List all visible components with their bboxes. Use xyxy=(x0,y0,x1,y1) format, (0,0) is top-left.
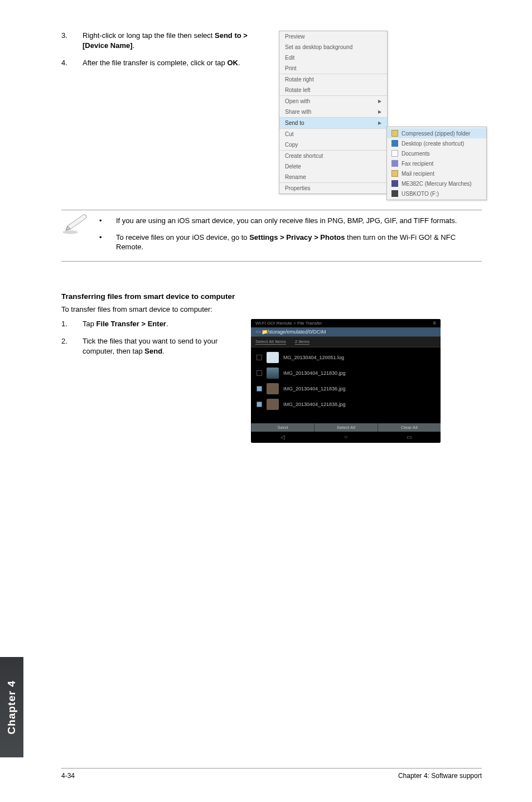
context-menu-item[interactable]: Create shortcut xyxy=(279,151,387,161)
step-item: 2.Tick the files that you want to send t… xyxy=(61,336,240,356)
mobile-action-button[interactable]: Clear All xyxy=(378,423,441,432)
sendto-item[interactable]: Mail recipient xyxy=(387,168,486,178)
mobile-action-button[interactable]: Send xyxy=(251,423,314,432)
checkbox-icon[interactable] xyxy=(257,386,262,392)
select-all-label: Select All Items xyxy=(255,339,286,345)
section-heading: Transferring files from smart device to … xyxy=(61,292,482,301)
sendto-item[interactable]: Desktop (create shortcut) xyxy=(387,138,486,148)
context-menu-item[interactable]: Rotate left xyxy=(279,85,387,95)
context-menu-item[interactable]: Edit xyxy=(279,52,387,63)
back-icon: << xyxy=(255,329,262,335)
back-nav-icon: ◁ xyxy=(278,434,287,441)
context-menu-item[interactable]: Preview xyxy=(279,31,387,42)
sendto-item[interactable]: USBKOTO (F:) xyxy=(387,189,486,199)
section-intro: To transfer files from smart device to c… xyxy=(61,305,482,313)
context-menu-item[interactable]: Rename xyxy=(279,172,387,182)
chapter-title: Chapter 4: Software support xyxy=(398,772,482,780)
usb-icon xyxy=(391,190,398,197)
file-row[interactable]: IMG_20130404_121836.jpg xyxy=(255,381,436,397)
breadcrumb-path: /storage/emulated/0/DCIM xyxy=(268,329,436,335)
checkbox-icon[interactable] xyxy=(257,370,262,376)
svg-point-0 xyxy=(62,230,78,234)
context-menu-item[interactable]: Cut xyxy=(279,129,387,139)
file-thumb-icon xyxy=(267,368,279,379)
context-menu-sendto[interactable]: Send to▶ xyxy=(279,118,387,128)
context-menu-item[interactable]: Share with▶ xyxy=(279,107,387,117)
checkbox-icon[interactable] xyxy=(257,402,262,407)
context-menu-item[interactable]: Set as desktop background xyxy=(279,42,387,52)
context-menu-item[interactable]: Delete xyxy=(279,161,387,172)
mail-icon xyxy=(391,170,398,177)
mobile-app-title: Wi-Fi GO! Remote > File Transfer xyxy=(255,321,322,326)
mobile-screenshot: Wi-Fi GO! Remote > File Transfer ⎘ << 📁 … xyxy=(251,319,441,443)
file-row[interactable]: IMG_20130404_121830.jpg xyxy=(255,365,436,381)
context-menu-item[interactable]: Copy xyxy=(279,139,387,150)
mobile-action-button[interactable]: Select All xyxy=(314,423,377,432)
file-row[interactable]: MG_20130404_120051.log xyxy=(255,350,436,365)
page-footer: 4-34 Chapter 4: Software support xyxy=(61,768,482,780)
chapter-side-tab: Chapter 4 xyxy=(0,657,23,757)
context-menu-item[interactable]: Rotate right xyxy=(279,74,387,85)
note-icon xyxy=(61,212,88,235)
items-count: 2 Items xyxy=(295,339,309,345)
page-number: 4-34 xyxy=(61,772,75,780)
sendto-submenu: Compressed (zipped) folderDesktop (creat… xyxy=(386,127,487,200)
desk-icon xyxy=(391,140,398,147)
fax-icon xyxy=(391,160,398,167)
file-thumb-icon xyxy=(267,399,279,410)
file-thumb-icon xyxy=(267,352,279,363)
sendto-item[interactable]: Documents xyxy=(387,148,486,158)
home-nav-icon: ○ xyxy=(341,434,350,441)
step-item: 3.Right-click or long tap the file then … xyxy=(61,31,268,50)
dev-icon xyxy=(391,180,398,187)
recent-nav-icon: ▭ xyxy=(404,434,413,441)
note-bullet: •If you are using an iOS smart device, y… xyxy=(99,216,482,226)
context-menu-item[interactable]: Print xyxy=(279,63,387,74)
doc-icon xyxy=(391,150,398,157)
folder-arrow-icon: 📁 xyxy=(262,329,268,335)
context-menu-item[interactable]: Properties xyxy=(279,183,387,194)
checkbox-icon[interactable] xyxy=(257,355,262,360)
fld-icon xyxy=(391,130,398,137)
note-bullet: •To receive files on your iOS device, go… xyxy=(99,233,482,252)
step-item: 1.Tap File Transfer > Enter. xyxy=(61,319,240,329)
file-row[interactable]: IMG_20130404_121838.jpg xyxy=(255,397,436,412)
sendto-item[interactable]: Compressed (zipped) folder xyxy=(387,128,486,138)
context-menu-item[interactable]: Open with▶ xyxy=(279,96,387,107)
context-menu: PreviewSet as desktop backgroundEditPrin… xyxy=(279,31,388,194)
sendto-item[interactable]: ME382C (Mercury Marches) xyxy=(387,178,486,189)
step-item: 4.After the file transfer is complete, c… xyxy=(61,58,268,68)
sendto-item[interactable]: Fax recipient xyxy=(387,158,486,168)
file-thumb-icon xyxy=(267,383,279,394)
